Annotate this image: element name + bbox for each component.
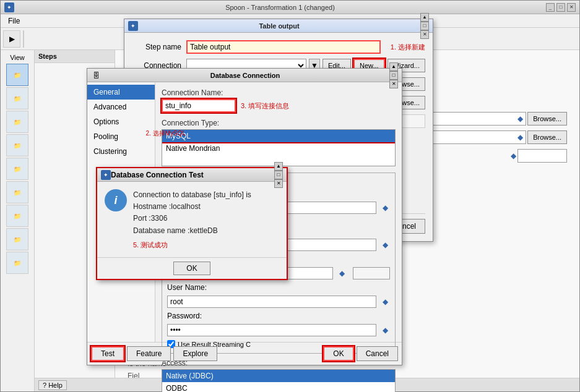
sidebar-view-label: View xyxy=(5,53,30,62)
annotation-2: 2. 选择MySQL xyxy=(146,129,186,138)
app-title: Spoon - Transformation 1 (changed) xyxy=(14,4,546,11)
user-input[interactable] xyxy=(167,296,376,308)
conn-type-label: Connection Type: xyxy=(162,119,396,127)
user-label: User Name: xyxy=(167,283,223,292)
hostname-icon[interactable]: ◆ xyxy=(380,203,390,213)
step-name-input[interactable] xyxy=(186,40,381,54)
db-test-dialog: ✦ Database Connection Test ▲ □ ✕ i Conne… xyxy=(96,167,288,280)
steps-header: Steps xyxy=(35,50,115,63)
db-test-close[interactable]: ✕ xyxy=(274,179,283,188)
explore-button[interactable]: Explore xyxy=(173,346,217,361)
db-test-win-buttons: ▲ □ ✕ xyxy=(274,162,283,188)
sidebar-icon-3[interactable]: 📁 xyxy=(6,111,28,133)
sidebar-icon-6[interactable]: 📁 xyxy=(6,181,28,203)
db-test-line3: Port :3306 xyxy=(133,213,251,224)
conn-name-input[interactable] xyxy=(162,99,236,113)
db-minimize[interactable]: ▲ xyxy=(389,62,398,71)
db-ok-button[interactable]: OK xyxy=(323,346,353,361)
db-cancel-button[interactable]: Cancel xyxy=(357,346,398,361)
password-row: Password: xyxy=(167,312,390,320)
password-label: Password: xyxy=(167,312,223,320)
table-output-titlebar: ✦ Table output ▲ □ ✕ xyxy=(124,19,433,33)
spoon-sidebar: View 📁 📁 📁 📁 📁 📁 📁 📁 📁 xyxy=(1,50,35,391)
browse-button-2[interactable]: Browse... xyxy=(527,130,567,144)
db-test-line4: Database name :kettleDB xyxy=(133,225,251,237)
annotation-5: 5. 测试成功 xyxy=(133,241,251,250)
toolbar-button-1[interactable]: ▶ xyxy=(3,30,20,48)
password-input[interactable] xyxy=(167,324,376,336)
sidebar-icon-5[interactable]: 📁 xyxy=(6,158,28,180)
access-jdbc[interactable]: Native (JDBC) xyxy=(162,370,395,382)
db-test-footer: OK xyxy=(97,257,287,279)
dialog-close[interactable]: ✕ xyxy=(420,30,429,39)
access-section: Access: Native (JDBC) ODBC 4. 点击测试 xyxy=(162,359,396,392)
db-test-ok-button[interactable]: OK xyxy=(173,262,210,275)
db-titlebar-icon: 🗄 xyxy=(91,70,101,80)
sidebar-icon-9[interactable]: 📁 xyxy=(6,252,28,274)
close-button[interactable]: ✕ xyxy=(567,3,576,12)
conn-name-label: Connection Name: xyxy=(162,88,396,97)
menu-file[interactable]: File xyxy=(3,15,25,27)
db-connection-title: Database Connection xyxy=(101,72,389,79)
sidebar-icon-1[interactable]: 📁 xyxy=(6,64,28,86)
db-test-title: Database Connection Test xyxy=(111,171,274,179)
sidebar-icon-2[interactable]: 📁 xyxy=(6,87,28,109)
browse-row-3: ◆ xyxy=(511,149,567,163)
sidebar-icon-4[interactable]: 📁 xyxy=(6,134,28,156)
db-connection-titlebar: 🗄 Database Connection ▲ □ ✕ xyxy=(87,69,402,82)
step-name-label: Step name xyxy=(132,43,181,51)
minimize-button[interactable]: _ xyxy=(546,3,555,12)
db-test-line2: Hostname :localhost xyxy=(133,201,251,213)
db-footer-right-btns: OK Cancel xyxy=(323,346,398,361)
user-icon[interactable]: ◆ xyxy=(380,297,390,307)
dialog-maximize[interactable]: □ xyxy=(420,22,429,30)
db-nav-clustering[interactable]: Clustering xyxy=(87,144,155,159)
user-input-row: ◆ xyxy=(167,296,390,308)
annotation-3: 3. 填写连接信息 xyxy=(241,101,289,111)
spoon-icon: ✦ xyxy=(4,2,14,12)
password-input-row: ◆ xyxy=(167,324,390,336)
db-nav-pooling[interactable]: Pooling 2. 选择MySQL xyxy=(87,129,155,144)
db-test-icon: ✦ xyxy=(101,170,111,180)
conn-type-group: Connection Type: MySQL Native Mondrian xyxy=(162,119,396,166)
dialog-icon: ✦ xyxy=(128,21,138,31)
db-test-line1: Connection to database [stu_info] is xyxy=(133,189,251,201)
window-buttons: _ □ ✕ xyxy=(546,3,576,12)
feature-button[interactable]: Feature xyxy=(127,346,171,361)
db-test-maximize[interactable]: □ xyxy=(274,171,283,179)
db-footer-left-btns: Test Feature Explore xyxy=(91,346,217,361)
access-odbc[interactable]: ODBC xyxy=(162,382,395,392)
sidebar-icon-7[interactable]: 📁 xyxy=(6,205,28,227)
step-name-row: Step name 1. 选择新建 xyxy=(132,40,425,54)
dialog-win-buttons: ▲ □ ✕ xyxy=(420,13,429,39)
db-test-body: i Connection to database [stu_info] is H… xyxy=(97,182,287,257)
conn-name-group: Connection Name: 3. 填写连接信息 xyxy=(162,88,396,113)
help-button[interactable]: ? Help xyxy=(38,380,67,390)
access-list: Native (JDBC) ODBC xyxy=(162,369,396,392)
info-icon: i xyxy=(105,189,127,211)
db-maximize[interactable]: □ xyxy=(389,71,398,80)
dialog-minimize[interactable]: ▲ xyxy=(420,13,429,22)
db-test-minimize[interactable]: ▲ xyxy=(274,162,283,171)
password-icon[interactable]: ◆ xyxy=(380,325,390,335)
browse-button-1[interactable]: Browse... xyxy=(527,112,567,126)
conn-type-mysql[interactable]: MySQL xyxy=(162,130,395,142)
db-nav-options[interactable]: Options xyxy=(87,114,155,129)
spoon-titlebar: ✦ Spoon - Transformation 1 (changed) _ □… xyxy=(1,1,579,14)
maximize-button[interactable]: □ xyxy=(556,3,565,12)
db-test-content: Connection to database [stu_info] is Hos… xyxy=(133,189,251,250)
conn-type-list: MySQL Native Mondrian xyxy=(162,129,396,166)
help-icon: ? xyxy=(43,381,46,389)
db-nav-advanced[interactable]: Advanced xyxy=(87,100,155,114)
annotation-1: 1. 选择新建 xyxy=(391,43,425,52)
sidebar-icon-8[interactable]: 📁 xyxy=(6,228,28,250)
user-row: User Name: xyxy=(167,283,390,292)
db-test-titlebar: ✦ Database Connection Test ▲ □ ✕ xyxy=(97,168,287,182)
test-button[interactable]: Test xyxy=(91,346,124,361)
db-nav-general[interactable]: General xyxy=(87,85,155,100)
conn-type-mondrian[interactable]: Native Mondrian xyxy=(162,142,395,155)
table-output-title: Table output xyxy=(138,22,420,30)
port-icon[interactable]: ◆ xyxy=(337,268,347,278)
dbname-icon[interactable]: ◆ xyxy=(380,240,390,250)
